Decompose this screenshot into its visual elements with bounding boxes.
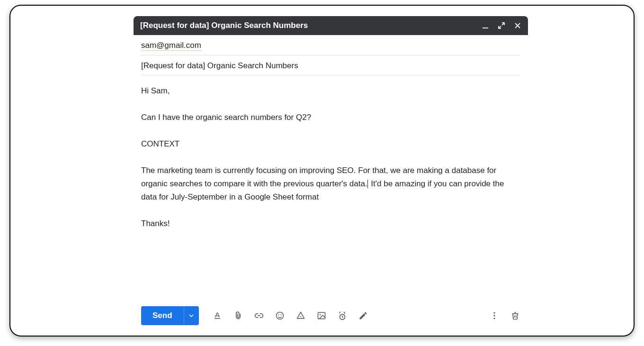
minimize-icon[interactable] [482, 22, 489, 29]
pen-icon[interactable] [358, 310, 368, 321]
subject-value: [Request for data] Organic Search Number… [141, 61, 298, 70]
emoji-icon[interactable] [275, 310, 285, 321]
compose-window: [Request for data] Organic Search Number… [134, 16, 528, 270]
svg-point-7 [493, 312, 495, 314]
more-options-icon[interactable] [489, 310, 500, 321]
trash-icon[interactable] [510, 310, 520, 321]
svg-point-4 [300, 316, 301, 317]
body-closing: Thanks! [141, 217, 520, 230]
window-controls [482, 22, 521, 29]
body-p1: Can I have the organic search numbers fo… [141, 111, 520, 124]
close-icon[interactable] [514, 22, 521, 29]
compose-title: [Request for data] Organic Search Number… [140, 21, 482, 30]
svg-rect-0 [483, 27, 488, 28]
app-window: [Request for data] Organic Search Number… [9, 5, 635, 337]
expand-icon[interactable] [498, 22, 505, 29]
svg-point-9 [493, 318, 495, 319]
body-p2: The marketing team is currently focusing… [141, 164, 520, 204]
link-icon[interactable] [254, 310, 264, 321]
drive-icon[interactable] [295, 310, 306, 321]
svg-rect-5 [318, 312, 325, 319]
compose-body[interactable]: Hi Sam, Can I have the organic search nu… [134, 76, 528, 270]
svg-point-8 [493, 315, 495, 316]
text-format-icon[interactable] [212, 310, 223, 321]
compose-toolbar: Send [134, 306, 528, 325]
svg-point-2 [278, 314, 279, 315]
send-dropdown-button[interactable] [184, 306, 199, 325]
svg-point-3 [280, 314, 281, 315]
svg-point-1 [276, 312, 283, 319]
svg-point-6 [319, 314, 321, 316]
right-tools [489, 310, 520, 321]
send-button-group: Send [141, 306, 199, 325]
send-button[interactable]: Send [141, 306, 184, 325]
attach-icon[interactable] [233, 310, 243, 321]
compose-fields: sam@gmail.com [Request for data] Organic… [134, 35, 528, 76]
subject-field[interactable]: [Request for data] Organic Search Number… [141, 55, 520, 76]
text-cursor [367, 180, 368, 188]
to-value: sam@gmail.com [141, 41, 201, 51]
formatting-tools [212, 310, 368, 321]
image-icon[interactable] [316, 310, 327, 321]
confidential-icon[interactable] [337, 310, 348, 321]
body-greeting: Hi Sam, [141, 84, 520, 98]
to-field[interactable]: sam@gmail.com [141, 35, 520, 55]
compose-title-bar: [Request for data] Organic Search Number… [134, 16, 528, 35]
body-heading: CONTEXT [141, 137, 520, 151]
